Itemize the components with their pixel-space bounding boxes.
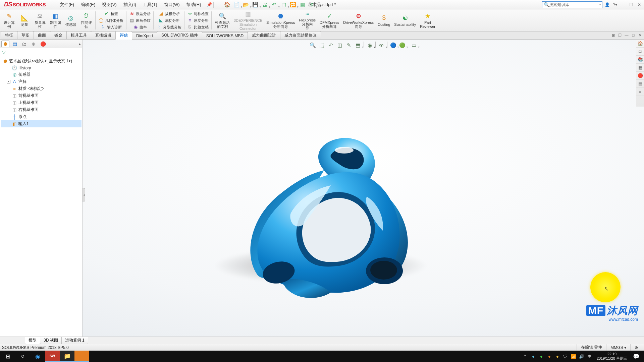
panel-splitter-handle[interactable]: ◂ bbox=[83, 188, 85, 201]
draft-button[interactable]: ◢拔模分析 bbox=[155, 10, 183, 17]
zoom-fit-icon[interactable]: 🔍 bbox=[309, 42, 317, 49]
measure-button[interactable]: 📐测量 bbox=[17, 10, 32, 31]
tray-app3-icon[interactable]: ● bbox=[546, 351, 553, 361]
simxpress-button[interactable]: ⬣SimulationXpress 分析向导 bbox=[264, 10, 297, 31]
tray-app2-icon[interactable]: ● bbox=[538, 351, 545, 361]
new-icon[interactable]: 📄 bbox=[232, 1, 241, 8]
select-icon[interactable]: ⬚ bbox=[279, 1, 288, 8]
thickness-button[interactable]: ≡厚度分析 bbox=[186, 17, 210, 24]
hide-show-icon[interactable]: 👁 bbox=[377, 42, 385, 49]
view-orient-icon[interactable]: ⬒ bbox=[354, 42, 362, 49]
import-diag-button[interactable]: ⤵输入诊断 bbox=[97, 24, 125, 31]
config-tab-icon[interactable]: 🗂 bbox=[20, 41, 28, 47]
rail-appear-icon[interactable]: 🔴 bbox=[636, 72, 644, 80]
filter-icon[interactable]: ▽ bbox=[2, 50, 6, 55]
menu-3[interactable]: 插入(I) bbox=[120, 0, 140, 9]
tree-expander[interactable]: ▸ bbox=[7, 80, 10, 83]
undo-icon[interactable]: ↶ bbox=[270, 1, 279, 8]
command-tab-2[interactable]: 曲面 bbox=[34, 31, 50, 39]
print-icon[interactable]: 🖨 bbox=[261, 1, 269, 8]
tray-chevron-icon[interactable]: ˄ bbox=[522, 351, 529, 361]
feature-tree-tab-icon[interactable]: ⬢ bbox=[1, 41, 9, 47]
tree-node-2[interactable]: ▸A注解 bbox=[1, 78, 82, 85]
compare-button[interactable]: ⎘比较文档 bbox=[186, 24, 210, 31]
minimize-icon[interactable]: — bbox=[620, 2, 627, 8]
command-tab-10[interactable]: 威力曲面設計 bbox=[248, 31, 280, 39]
command-tab-3[interactable]: 钣金 bbox=[50, 31, 67, 39]
appearance-tab-icon[interactable]: 🔴 bbox=[39, 41, 47, 47]
bottom-tab-2[interactable]: 运动算例 1 bbox=[61, 337, 88, 344]
tray-volume-icon[interactable]: 🔊 bbox=[578, 351, 585, 361]
scene-icon[interactable]: 🟢 bbox=[398, 42, 406, 49]
tray-app4-icon[interactable]: ● bbox=[554, 351, 561, 361]
tree-node-8[interactable]: ◧输入1 bbox=[1, 120, 82, 127]
perf-eval-button[interactable]: ⏱性能评 估 bbox=[78, 10, 94, 31]
dim-tab-icon[interactable]: ⊕ bbox=[30, 41, 38, 47]
help-icon[interactable]: ?▾ bbox=[612, 2, 619, 8]
driveworks-button[interactable]: ⚙DriveWorksXpress 向导 bbox=[341, 10, 376, 31]
menu-2[interactable]: 视图(V) bbox=[99, 0, 120, 9]
dyn-annotation-icon[interactable]: ✎ bbox=[345, 42, 353, 49]
curvature-button[interactable]: ◉曲率 bbox=[128, 24, 152, 31]
rail-resources-icon[interactable]: 🗂 bbox=[636, 48, 644, 56]
doc-max-icon[interactable]: □ bbox=[631, 33, 636, 38]
command-tab-5[interactable]: 直接编辑 bbox=[91, 31, 116, 39]
tree-node-4[interactable]: ◫前视基准面 bbox=[1, 92, 82, 99]
doc-close-icon[interactable]: ✕ bbox=[637, 33, 643, 38]
costing-button[interactable]: $Costing bbox=[376, 10, 392, 31]
command-tab-11[interactable]: 威力曲面結構修改 bbox=[280, 31, 321, 39]
rebuild-icon[interactable]: 🔁 bbox=[289, 1, 298, 8]
3dx-sim-button[interactable]: ▦3DEXPERIENCE Simulation Connector bbox=[232, 10, 264, 31]
action-center-icon[interactable]: 💬 bbox=[631, 351, 642, 362]
menu-0[interactable]: 文件(F) bbox=[56, 0, 77, 9]
display-style-icon[interactable]: ◉ bbox=[366, 42, 374, 49]
solidworks-task-icon[interactable]: SW bbox=[45, 351, 60, 362]
prev-view-icon[interactable]: ↶ bbox=[327, 42, 335, 49]
restore-icon[interactable]: ❐ bbox=[628, 2, 635, 8]
bottom-tab-1[interactable]: 3D 视图 bbox=[40, 337, 62, 344]
search-input[interactable] bbox=[549, 2, 599, 7]
doc-min-icon[interactable]: — bbox=[624, 33, 629, 38]
doc-cascade-icon[interactable]: ❐ bbox=[617, 33, 623, 38]
floxpress-button[interactable]: ≈FloXpress 分析向 导 bbox=[297, 10, 318, 31]
check-button[interactable]: ✔检查 bbox=[97, 10, 125, 17]
sustain-button[interactable]: ☯Sustainability bbox=[392, 10, 418, 31]
command-tab-6[interactable]: 评估 bbox=[115, 31, 132, 40]
zoom-area-icon[interactable]: ⬚ bbox=[318, 42, 326, 49]
rail-custom-icon[interactable]: ▤ bbox=[636, 80, 644, 88]
doc-tile-icon[interactable]: ⊞ bbox=[610, 33, 616, 38]
geom-analysis-button[interactable]: ◯几何体分析 bbox=[97, 17, 125, 24]
command-tab-0[interactable]: 特征 bbox=[1, 31, 17, 39]
rail-view-icon[interactable]: ▦ bbox=[636, 64, 644, 72]
tray-app1-icon[interactable]: ● bbox=[530, 351, 537, 361]
explorer-task-icon[interactable]: 📁 bbox=[60, 351, 74, 362]
view-settings-icon[interactable]: ▭ bbox=[410, 42, 418, 49]
section-props-button[interactable]: ◧剖面属 性 bbox=[48, 10, 63, 31]
part-reviewer-button[interactable]: ★Part Reviewer bbox=[418, 10, 437, 31]
dfmxpress-button[interactable]: ✓DFMXpress 分析向导 bbox=[318, 10, 341, 31]
menu-1[interactable]: 编辑(E) bbox=[77, 0, 99, 9]
parting-button[interactable]: ⌇分型线分析 bbox=[155, 24, 183, 31]
zebra-button[interactable]: ▤斑马条纹 bbox=[128, 17, 152, 24]
command-tab-8[interactable]: SOLIDWORKS 插件 bbox=[157, 31, 202, 39]
pin-icon[interactable]: 📌 bbox=[207, 2, 212, 7]
tree-root[interactable]: ⬢ 艺术品 (默认<<默认>_显示状态 1>) bbox=[1, 58, 82, 65]
tree-node-7[interactable]: ┼原点 bbox=[1, 113, 82, 120]
tray-network-icon[interactable]: 📶 bbox=[570, 351, 577, 361]
search-box[interactable]: 🔍 ▾ bbox=[542, 1, 602, 8]
check-active-button[interactable]: 🔍检查激活 的文档 bbox=[213, 10, 232, 31]
options-list-icon[interactable]: ▦ bbox=[298, 1, 307, 8]
sensor-button[interactable]: ◎传感器 bbox=[63, 10, 78, 31]
appearance-icon[interactable]: 🔵 bbox=[389, 42, 397, 49]
tree-node-0[interactable]: 🕘History bbox=[1, 65, 82, 71]
command-tab-7[interactable]: DimXpert bbox=[132, 32, 157, 39]
cortana-icon[interactable]: ○ bbox=[15, 351, 30, 362]
symmetry-button[interactable]: ⇔对称检查 bbox=[186, 10, 210, 17]
taskbar-clock[interactable]: 22:19 2019/11/20 星期三 bbox=[594, 352, 630, 361]
section-view-icon[interactable]: ◫ bbox=[336, 42, 344, 49]
rail-library-icon[interactable]: 📚 bbox=[636, 56, 644, 64]
tree-node-5[interactable]: ◫上视基准面 bbox=[1, 99, 82, 106]
status-units[interactable]: MMGS ▾ bbox=[606, 344, 630, 351]
search-dropdown-icon[interactable]: ▾ bbox=[599, 3, 601, 6]
panel-more-icon[interactable]: ▸ bbox=[79, 42, 81, 46]
